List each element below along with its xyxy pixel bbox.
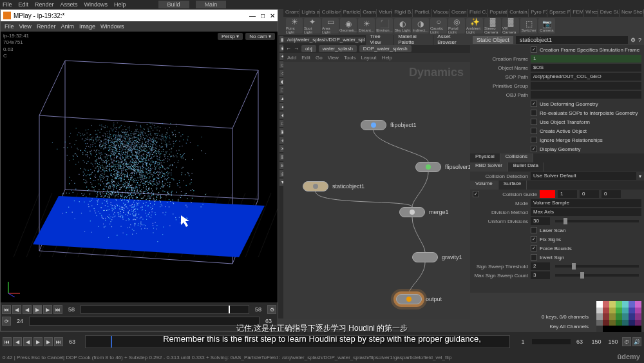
sweep-field[interactable]: 2 (531, 262, 550, 270)
mode-dropdown[interactable]: Volume Sample (531, 199, 641, 207)
shelf-tab[interactable]: Oceans (450, 9, 468, 17)
first-frame-button[interactable]: ⏮ (2, 305, 11, 314)
play-button[interactable]: ▶ (33, 305, 42, 314)
color-swatch[interactable] (635, 308, 641, 314)
color-swatch[interactable] (622, 301, 629, 308)
net-menu-add[interactable]: Add (287, 55, 296, 61)
shelf-tool[interactable]: ▓VR Camera (502, 18, 519, 34)
shelf-tab[interactable]: Grams (283, 9, 299, 17)
color-swatch[interactable] (616, 308, 622, 314)
color-swatch[interactable] (609, 308, 616, 314)
tl-frame[interactable]: 63 (64, 338, 80, 345)
tl-first[interactable]: ⏮ (3, 337, 12, 346)
color-swatch[interactable] (603, 308, 609, 314)
menu-help[interactable]: Help (114, 1, 126, 8)
color-swatch[interactable] (609, 313, 616, 320)
mplay-viewport[interactable]: ip-19:32:41 704x751 0.63 C Persp ▾ No ca… (1, 32, 278, 302)
dropdown-arrow-icon[interactable]: ▾ (639, 173, 641, 179)
shelf-tab[interactable]: Viscous (431, 9, 450, 17)
guide-color[interactable] (540, 190, 555, 198)
shelf-tab[interactable]: Grams (361, 9, 377, 17)
node-staticobject1[interactable]: staticobject1 (303, 181, 365, 191)
color-swatch[interactable] (629, 308, 635, 314)
path-back[interactable]: ← (286, 46, 291, 52)
network-canvas[interactable]: Dynamics flipobject1flipsolver1staticobj… (283, 62, 470, 319)
net-menu-help[interactable]: Help (382, 55, 392, 61)
tl-realtime[interactable]: ⏱ (622, 337, 631, 346)
tl-playback[interactable]: ◀ (23, 337, 32, 346)
maximize-button[interactable]: □ (261, 12, 265, 19)
color-swatch[interactable] (635, 320, 641, 326)
guide-checkbox[interactable]: ✓ (473, 191, 479, 197)
help-icon[interactable]: ? (638, 37, 641, 43)
param-checkbox[interactable] (531, 128, 537, 134)
net-menu-tools[interactable]: Tools (344, 55, 356, 61)
next-frame-button[interactable]: ▶ (43, 305, 52, 314)
sweep-slider[interactable] (555, 265, 639, 268)
color-swatch[interactable] (596, 320, 603, 326)
tl-play[interactable]: ▶ (33, 337, 43, 346)
net-menu-go[interactable]: Go (316, 55, 323, 61)
tab-rbd[interactable]: RBD Solver (470, 162, 508, 172)
param-field[interactable]: $OS (531, 64, 641, 72)
color-swatch[interactable] (609, 320, 616, 326)
path-water[interactable]: water_splash (319, 45, 357, 52)
menu-edit[interactable]: Edit (19, 1, 29, 8)
tl-prev[interactable]: ◀ (13, 337, 22, 346)
shelf-tab[interactable]: Drive Si... (598, 9, 620, 17)
path-dop[interactable]: DOP_water_splash (359, 45, 412, 52)
node-name-field[interactable]: staticobject1 (516, 36, 628, 44)
color-swatch[interactable] (596, 301, 603, 308)
color-swatch[interactable] (603, 313, 609, 320)
tab-asset[interactable]: Asset Browser (433, 34, 470, 45)
tl-global-end[interactable]: 150 (589, 338, 604, 345)
shelf-tab[interactable]: Rigid B... (392, 9, 413, 17)
maxsweep-field[interactable]: 3 (531, 271, 550, 279)
uni-field[interactable]: 30 (531, 217, 550, 225)
shelf-tool[interactable]: ◑Indirect... (412, 18, 429, 34)
shelf-tab[interactable]: Fluid C... (468, 9, 488, 17)
shelf-tab[interactable]: Wires (583, 9, 598, 17)
shelf-tool[interactable]: ☀Point Light (286, 18, 303, 34)
mplay-menu-view[interactable]: View (19, 23, 32, 30)
node-output[interactable]: output (396, 294, 442, 304)
shelf-tool[interactable]: ⬚Switcher (520, 18, 537, 34)
menu-windows[interactable]: Windows (84, 1, 108, 8)
minimize-button[interactable]: — (249, 12, 256, 19)
param-field[interactable] (531, 91, 641, 99)
guide-g[interactable]: 0 (580, 190, 599, 198)
color-swatch[interactable] (616, 326, 622, 332)
tab-physical[interactable]: Physical (470, 153, 500, 162)
shelf-tool[interactable]: ☀Distant... (358, 18, 375, 34)
mplay-menu-windows[interactable]: Windows (100, 23, 124, 30)
range-start[interactable]: 24 (12, 318, 28, 324)
shelf-tool[interactable]: 📷Camera (538, 18, 555, 34)
color-swatch[interactable] (603, 301, 609, 308)
shelf-tool[interactable]: ▓Stereo Camera (484, 18, 501, 34)
guide-b[interactable]: 0 (601, 190, 621, 198)
shelf-tab[interactable]: New Shel... (620, 9, 644, 17)
shelf-tool[interactable]: ⬛Environ... (376, 18, 393, 34)
color-swatch[interactable] (629, 313, 635, 320)
color-swatch[interactable] (622, 313, 629, 320)
tl-global-end2[interactable]: 150 (605, 338, 621, 345)
menu-assets[interactable]: Assets (61, 1, 78, 8)
color-swatch[interactable] (622, 308, 629, 314)
shelf-tool[interactable]: ✨Ambient Light (466, 18, 483, 34)
param-checkbox[interactable]: ✓ (531, 101, 537, 107)
param-field[interactable]: 1 (531, 55, 641, 63)
desktop-build[interactable]: Build (158, 1, 189, 8)
path-obj[interactable]: obj (301, 45, 316, 52)
shelf-tab[interactable]: Particles (341, 9, 361, 17)
color-swatch[interactable] (635, 301, 641, 308)
net-menu-layout[interactable]: Layout (361, 55, 377, 61)
tab-volume[interactable]: Volume (470, 181, 498, 190)
prev-frame-button[interactable]: ◀ (12, 305, 21, 314)
div-dropdown[interactable]: Max Axis (531, 208, 641, 216)
shelf-tool[interactable]: ◎Portal Light (448, 18, 465, 34)
tab-bullet[interactable]: Bullet Data (508, 162, 544, 172)
tl-end[interactable]: 63 (572, 338, 587, 345)
shelf-tab[interactable]: Pyro FX (529, 9, 547, 17)
shelf-tab[interactable]: Lights an (299, 9, 320, 17)
shelf-tab[interactable]: Populate (488, 9, 507, 17)
